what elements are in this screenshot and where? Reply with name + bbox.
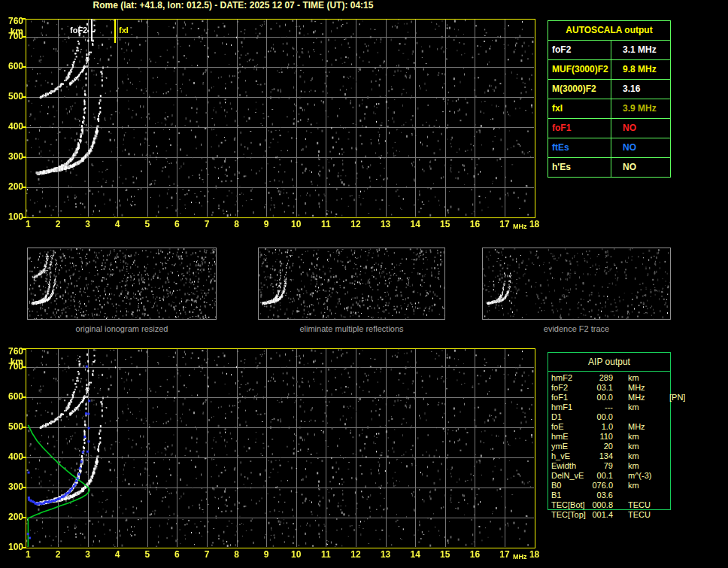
autoscala-row-ftEs: ftEsNO: [548, 138, 670, 158]
aip-val: 79: [589, 461, 613, 471]
y-axis-tickmark: [22, 36, 26, 38]
x-tick-11: 11: [317, 549, 335, 560]
panel-eliminate-reflections: [258, 248, 445, 320]
x-tick-13: 13: [377, 549, 395, 560]
aip-unit: km: [613, 432, 667, 442]
panel-evidence-f2-canvas: [483, 248, 670, 319]
x-tick-17: 17: [496, 219, 514, 229]
aip-row-TEC[Top]: TEC[Top]001.4TECU: [548, 510, 698, 520]
x-tick-6: 6: [168, 549, 186, 560]
aip-val: 289: [589, 373, 613, 383]
aip-val: 20: [589, 442, 613, 451]
aip-row-DelN_vE: DelN_vE00.1m^(-3): [548, 471, 698, 481]
aip-unit: km: [613, 442, 667, 451]
aip-unit: km: [613, 451, 667, 461]
aip-extra: [667, 373, 698, 383]
autoscala-label: h'Es: [548, 158, 611, 177]
y-tick-760: 760: [1, 347, 23, 357]
y-axis-tickmark: [22, 126, 26, 128]
y-axis-tickmark: [22, 96, 26, 98]
aip-extra: [667, 432, 698, 442]
panel-eliminate-reflections-canvas: [259, 248, 444, 319]
x-tick-1: 1: [19, 549, 37, 560]
y-tick-200: 200: [1, 182, 23, 192]
aip-label: TEC[Top]: [551, 510, 589, 520]
aip-label: D1: [551, 412, 589, 422]
aip-row-foF1: foF100.0MHz[PN]: [548, 393, 698, 402]
fxI-label: fxI: [119, 26, 129, 35]
aip-label: ymE: [551, 442, 589, 451]
aip-val: 000.8: [589, 500, 613, 510]
caption-original-ionogram: original ionogram resized: [27, 324, 217, 333]
window-title: Rome (lat: +41.8, lon: 012.5) - DATE: 20…: [0, 0, 466, 11]
aip-val: 03.1: [589, 383, 613, 393]
y-tick-500: 500: [1, 92, 23, 102]
aip-extra: [667, 451, 698, 461]
autoscala-label: foF2: [548, 41, 611, 59]
aip-label: B0: [551, 481, 589, 491]
aip-unit: MHz: [613, 383, 667, 393]
aip-row-hmF1: hmF1---km: [548, 402, 698, 412]
x-tick-17: 17: [496, 549, 514, 560]
aip-val: 134: [589, 451, 613, 461]
panel-evidence-f2: [482, 248, 671, 320]
aip-row-TEC[Bot]: TEC[Bot]000.8TECU: [548, 500, 698, 510]
x-tick-7: 7: [198, 219, 216, 229]
aip-unit: MHz: [613, 393, 667, 402]
x-tick-8: 8: [228, 219, 246, 229]
x-tick-4: 4: [108, 219, 126, 229]
y-axis-tickmark: [22, 348, 26, 350]
x-tick-12: 12: [347, 219, 365, 229]
y-tick-400: 400: [1, 122, 23, 132]
aip-label: foE: [551, 422, 589, 432]
aip-label: hmE: [551, 432, 589, 442]
y-axis-tickmark: [22, 366, 26, 368]
x-tick-2: 2: [49, 549, 67, 560]
x-axis-unit: MHz: [513, 553, 527, 560]
aip-unit: km: [613, 373, 667, 383]
x-axis-unit: MHz: [513, 223, 527, 230]
aip-row-B0: B0076.0km: [548, 481, 698, 491]
x-tick-7: 7: [198, 549, 216, 560]
y-axis-tickmark: [22, 396, 26, 398]
aip-extra: [667, 471, 698, 481]
x-tick-6: 6: [168, 219, 186, 229]
bottom-ionogram-frame: [26, 348, 535, 548]
y-axis-tickmark: [22, 457, 26, 458]
caption-evidence-f2: evidence F2 trace: [482, 324, 671, 333]
aip-row-h_vE: h_vE134km: [548, 451, 698, 461]
y-axis-tickmark: [22, 517, 26, 518]
aip-val: ---: [589, 402, 613, 412]
aip-table-rows: hmF2289kmfoF203.1MHzfoF100.0MHz[PN]hmF1-…: [548, 373, 698, 520]
aip-val: 03.6: [589, 491, 613, 500]
aip-extra: [667, 510, 698, 520]
panel-original-ionogram-canvas: [28, 248, 216, 319]
y-tick-500: 500: [1, 422, 23, 432]
aip-row-ymE: ymE20km: [548, 442, 698, 451]
aip-label: hmF1: [551, 402, 589, 412]
aip-extra: [667, 491, 698, 500]
x-tick-11: 11: [317, 219, 335, 229]
aip-val: 00.0: [589, 412, 613, 422]
aip-val: 00.1: [589, 471, 613, 481]
top-ionogram-frame: [26, 19, 535, 218]
aip-extra: [667, 442, 698, 451]
y-axis-tickmark: [22, 156, 26, 158]
aip-label: h_vE: [551, 451, 589, 461]
aip-label: foF2: [551, 383, 589, 393]
aip-unit: [613, 491, 667, 500]
y-axis-tickmark: [22, 187, 26, 188]
aip-row-D1: D100.0: [548, 412, 698, 422]
x-tick-14: 14: [406, 219, 424, 229]
aip-val: 00.0: [589, 393, 613, 402]
autoscala-row-MUF(3000)F2: MUF(3000)F29.8 MHz: [548, 60, 670, 80]
autoscala-value: 9.8 MHz: [611, 60, 670, 79]
x-tick-10: 10: [287, 219, 305, 229]
x-tick-1: 1: [19, 219, 37, 229]
aip-row-foF2: foF203.1MHz: [548, 383, 698, 393]
aip-unit: m^(-3): [613, 471, 667, 481]
x-tick-9: 9: [257, 549, 275, 560]
autoscala-value: NO: [611, 158, 670, 177]
autoscala-table-header: AUTOSCALA output: [548, 21, 670, 41]
x-tick-5: 5: [138, 219, 156, 229]
